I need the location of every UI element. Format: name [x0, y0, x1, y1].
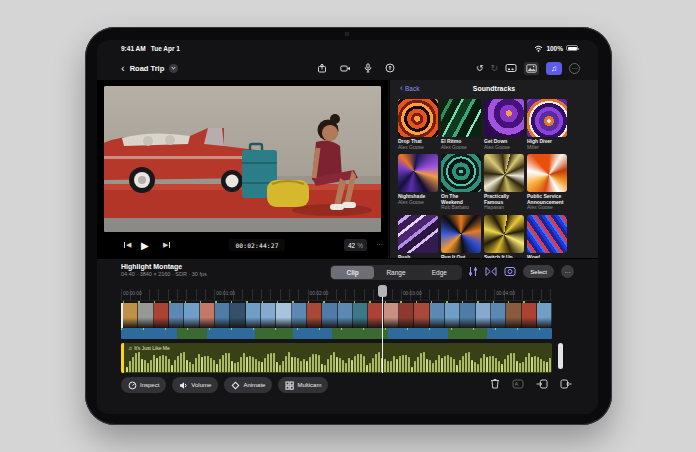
skip-back-button[interactable]: ◀	[124, 241, 131, 249]
viewer-photo[interactable]	[104, 86, 381, 232]
skip-forward-button[interactable]: ▶	[163, 241, 170, 249]
clip-thumbnail[interactable]	[460, 303, 475, 328]
soundtrack-item[interactable]: Practically FamousHapasan	[484, 154, 524, 211]
clip-segment[interactable]	[121, 328, 177, 339]
volume-button[interactable]: Volume	[172, 377, 218, 393]
mode-clip[interactable]: Clip	[331, 266, 374, 279]
album-art[interactable]	[441, 154, 481, 192]
album-art[interactable]	[527, 154, 567, 192]
delete-button[interactable]	[490, 378, 500, 389]
soundtrack-item[interactable]: El RitmoAlex Goose	[441, 99, 481, 150]
soundtrack-item[interactable]: Drop ThatAlex Goose	[398, 99, 438, 150]
clip-thumbnail[interactable]	[537, 303, 552, 328]
timeline-more-button[interactable]: ⋯	[561, 265, 574, 278]
clip-thumbnail[interactable]	[215, 303, 230, 328]
mode-range[interactable]: Range	[374, 266, 417, 279]
back-button[interactable]: ‹	[121, 63, 125, 73]
microphone-icon[interactable]	[364, 63, 372, 73]
audio-meters-icon[interactable]	[468, 266, 478, 277]
timecode-display[interactable]: 00:02:44:27	[229, 239, 285, 251]
clip-thumbnail[interactable]	[353, 303, 368, 328]
clip-segment[interactable]	[448, 328, 487, 339]
clip-thumbnail[interactable]	[307, 303, 322, 328]
record-icon[interactable]	[385, 63, 395, 73]
media-browser-button[interactable]	[524, 62, 539, 75]
album-art[interactable]	[398, 99, 438, 137]
clip-thumbnail[interactable]	[522, 303, 537, 328]
clip-thumbnail[interactable]	[506, 303, 521, 328]
clip-thumbnail[interactable]	[292, 303, 307, 328]
clip-segment[interactable]	[388, 328, 448, 339]
clip-thumbnail[interactable]	[322, 303, 337, 328]
album-art[interactable]	[527, 215, 567, 253]
clip-thumbnail[interactable]	[200, 303, 215, 328]
album-art[interactable]	[484, 99, 524, 137]
clip-thumbnail[interactable]	[338, 303, 353, 328]
camera-icon[interactable]	[340, 64, 351, 73]
transition-icon[interactable]	[485, 266, 497, 277]
animate-button[interactable]: Animate	[224, 377, 272, 393]
soundtrack-item[interactable]: NightshadeAlex Goose	[398, 154, 438, 211]
multicam-button[interactable]: Multicam	[278, 377, 328, 393]
clip-segment[interactable]	[293, 328, 332, 339]
clip-thumbnail[interactable]	[276, 303, 291, 328]
album-art[interactable]	[441, 99, 481, 137]
clip-thumbnail[interactable]	[476, 303, 491, 328]
album-art[interactable]	[398, 215, 438, 253]
playhead[interactable]	[378, 285, 387, 297]
album-art[interactable]	[484, 215, 524, 253]
soundtracks-browser-button[interactable]: ♫	[546, 62, 562, 75]
clip-thumbnail[interactable]	[414, 303, 429, 328]
clip-thumbnail[interactable]	[169, 303, 184, 328]
clip-segment[interactable]	[332, 328, 388, 339]
waveform-bar	[312, 354, 314, 372]
mode-edge[interactable]: Edge	[418, 266, 461, 279]
append-button[interactable]	[560, 379, 572, 389]
project-menu-button[interactable]	[169, 64, 178, 73]
more-button[interactable]: ⋯	[569, 63, 580, 74]
waveform-bar	[291, 357, 293, 372]
clip-segment[interactable]	[255, 328, 294, 339]
clip-thumbnail[interactable]	[261, 303, 276, 328]
waveform-bar	[129, 361, 131, 372]
clip-segment[interactable]	[207, 328, 254, 339]
viewer-zoom-control[interactable]: 42 %	[344, 239, 367, 251]
ruler[interactable]: 00:00:0000:01:0000:02:0000:03:0000:04:00	[121, 289, 552, 301]
media-icon[interactable]	[504, 266, 516, 277]
clip-thumbnail[interactable]	[230, 303, 245, 328]
clip-thumbnail[interactable]	[138, 303, 153, 328]
waveform-bar	[327, 359, 329, 372]
redo-button[interactable]: ↻	[490, 64, 498, 73]
inspect-button[interactable]: Inspect	[121, 377, 166, 393]
clip-segment[interactable]	[487, 328, 552, 339]
clip-segment[interactable]	[177, 328, 207, 339]
album-art[interactable]	[441, 215, 481, 253]
clip-thumbnail[interactable]	[430, 303, 445, 328]
clip-thumbnail[interactable]	[445, 303, 460, 328]
external-display-icon[interactable]	[505, 63, 517, 73]
album-art[interactable]	[527, 99, 567, 137]
overwrite-button[interactable]	[536, 379, 548, 389]
play-button[interactable]: ▶	[141, 240, 149, 251]
import-icon[interactable]	[317, 63, 327, 73]
soundtrack-item[interactable]: High DiverMiller	[527, 99, 567, 150]
viewer-more-button[interactable]: ⋯	[376, 241, 384, 249]
timeline-scrollbar[interactable]	[558, 343, 563, 369]
soundtrack-item[interactable]: Public Service AnnouncementAlex Goose	[527, 154, 567, 211]
chevron-down-icon	[172, 65, 176, 69]
album-art[interactable]	[484, 154, 524, 192]
soundtrack-item[interactable]: On The WeekendRob Barbato	[441, 154, 481, 211]
select-button[interactable]: Select	[523, 265, 554, 278]
captions-button[interactable]	[512, 379, 524, 389]
audio-clip[interactable]: ♫ It's Just Like Me	[121, 343, 552, 373]
clip-thumbnail[interactable]	[154, 303, 169, 328]
clip-thumbnail[interactable]	[399, 303, 414, 328]
album-art[interactable]	[398, 154, 438, 192]
clip-thumbnail[interactable]	[246, 303, 261, 328]
undo-button[interactable]: ↺	[476, 64, 484, 73]
soundtrack-item[interactable]: Get DownAlex Goose	[484, 99, 524, 150]
clip-thumbnail[interactable]	[491, 303, 506, 328]
clip-thumbnail[interactable]	[384, 303, 399, 328]
clip-thumbnail[interactable]	[184, 303, 199, 328]
clip-thumbnail[interactable]	[123, 303, 138, 328]
